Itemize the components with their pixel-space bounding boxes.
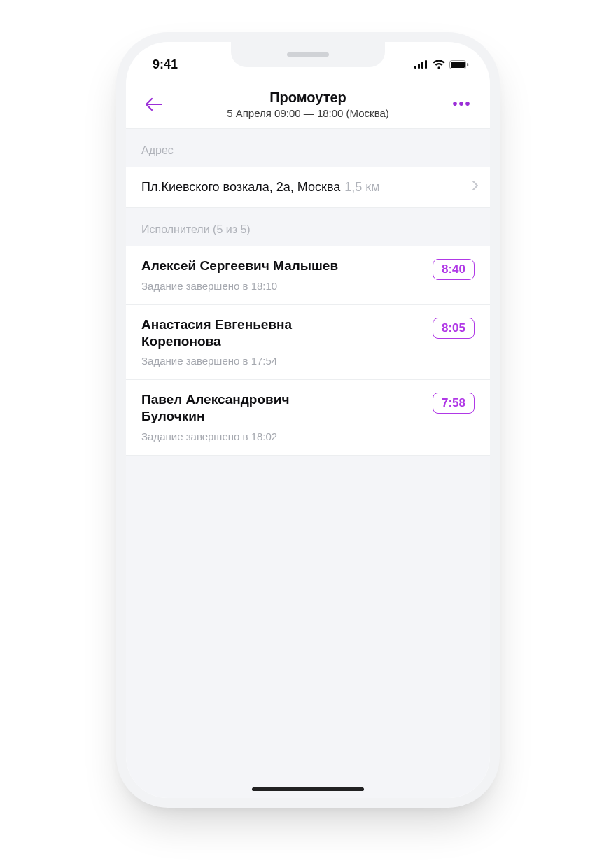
svg-rect-5 <box>451 62 465 68</box>
svg-rect-2 <box>421 62 424 69</box>
wifi-icon <box>433 60 445 69</box>
address-text: Пл.Киевского возкала, 2а, Москва <box>141 180 340 195</box>
phone-frame: 9:41 Промоутер 5 Апреля 09:00 — 18:00 (М… <box>126 42 490 798</box>
home-indicator[interactable] <box>252 788 364 791</box>
screen-content: Промоутер 5 Апреля 09:00 — 18:00 (Москва… <box>126 80 490 798</box>
performer-name: Павел Александрович Булочкин <box>141 391 351 425</box>
page-title: Промоутер <box>139 90 477 106</box>
svg-rect-0 <box>414 66 416 69</box>
address-section-label: Адрес <box>126 129 490 167</box>
performer-name: Анастасия Евгеньевна Корепонова <box>141 316 351 350</box>
more-button[interactable]: ••• <box>447 89 477 120</box>
svg-rect-1 <box>418 64 420 69</box>
performers-section-label: Исполнители (5 из 5) <box>126 208 490 246</box>
svg-rect-6 <box>467 63 468 66</box>
svg-rect-3 <box>425 60 427 69</box>
performer-status: Задание завершено в 18:02 <box>141 430 424 442</box>
nav-title-wrap: Промоутер 5 Апреля 09:00 — 18:00 (Москва… <box>139 90 477 119</box>
page-subtitle: 5 Апреля 09:00 — 18:00 (Москва) <box>139 107 477 119</box>
status-time: 9:41 <box>153 57 178 72</box>
performer-status: Задание завершено в 18:10 <box>141 280 424 292</box>
chevron-right-icon <box>472 180 479 195</box>
nav-bar: Промоутер 5 Апреля 09:00 — 18:00 (Москва… <box>126 80 490 129</box>
performer-status: Задание завершено в 17:54 <box>141 355 424 367</box>
cellular-icon <box>414 60 428 69</box>
performers-list: Алексей Сергеевич Малышев Задание заверш… <box>126 246 490 456</box>
time-badge: 8:05 <box>433 318 475 339</box>
list-item[interactable]: Павел Александрович Булочкин Задание зав… <box>126 380 490 456</box>
speaker-grille <box>287 52 329 57</box>
performer-name: Алексей Сергеевич Малышев <box>141 258 351 274</box>
list-item[interactable]: Алексей Сергеевич Малышев Задание заверш… <box>126 246 490 305</box>
time-badge: 8:40 <box>433 259 475 280</box>
list-item[interactable]: Анастасия Евгеньевна Корепонова Задание … <box>126 305 490 381</box>
battery-icon <box>449 60 469 69</box>
time-badge: 7:58 <box>433 393 475 414</box>
device-notch <box>231 42 385 67</box>
dots-icon: ••• <box>452 96 471 112</box>
address-distance: 1,5 км <box>344 180 379 195</box>
address-row[interactable]: Пл.Киевского возкала, 2а, Москва 1,5 км <box>126 167 490 208</box>
status-icons <box>414 60 469 69</box>
